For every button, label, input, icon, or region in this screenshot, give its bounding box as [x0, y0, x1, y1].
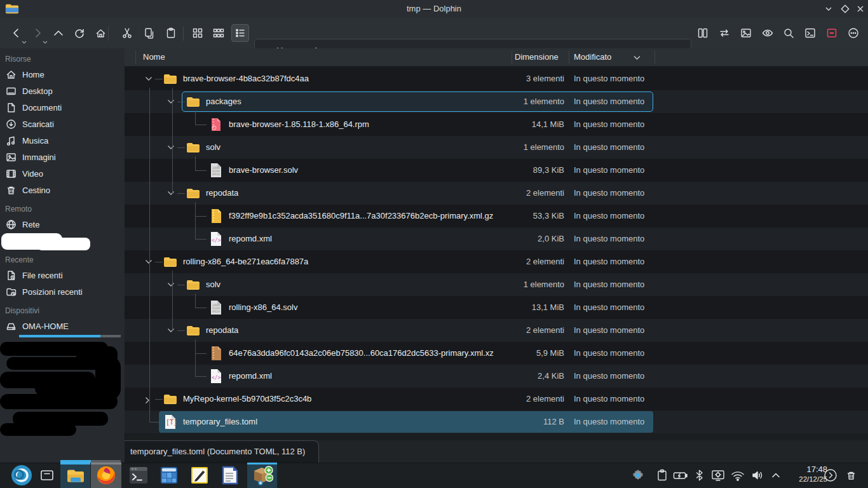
redacted-area: [76, 346, 118, 364]
disk-usage-bar: [19, 335, 121, 337]
pager-button[interactable]: [38, 463, 56, 488]
tray-expand[interactable]: [768, 463, 784, 488]
back-button[interactable]: [8, 24, 25, 42]
column-name[interactable]: Nome: [143, 48, 165, 66]
table-row[interactable]: f392ff9e9b1c352acda351680c9f11a...7a30f2…: [125, 205, 868, 227]
table-row[interactable]: brave-browser-1.85.118-1.x86_64.rpm14,1 …: [125, 113, 868, 136]
table-row[interactable]: 64e76a3dda96fc0143a2c06eb75830...60ca176…: [125, 342, 868, 365]
table-row[interactable]: rolling-x86_64-be271eac6fa7887a2 element…: [125, 250, 868, 273]
forward-button[interactable]: [29, 24, 46, 42]
task-firefox[interactable]: [91, 463, 121, 488]
title-bar[interactable]: tmp — Dolphin: [0, 0, 868, 18]
maximize-button[interactable]: [840, 4, 850, 14]
sidebar-item-posizioni-recenti[interactable]: Posizioni recenti: [0, 283, 125, 300]
tree-guide-line: [195, 353, 207, 354]
tree-guide-line: [195, 111, 196, 125]
hamburger-menu-icon: [847, 27, 860, 39]
task-dolphin[interactable]: [60, 463, 90, 488]
sidebar-item-oma-home[interactable]: OMA-HOME: [0, 318, 125, 334]
terminal-icon: [804, 27, 817, 39]
compact-view-button[interactable]: [210, 24, 227, 42]
tray-clipboard[interactable]: [653, 463, 671, 488]
expand-caret-icon[interactable]: [167, 282, 176, 288]
table-row[interactable]: [T]temporary_files.toml112 BIn questo mo…: [125, 410, 868, 433]
folder-icon: [186, 186, 201, 201]
status-info-box: temporary_files.toml (Documento TOML, 11…: [125, 440, 319, 463]
table-row[interactable]: brave-browser-4b8ac32b87fdc4aa3 elementi…: [125, 67, 868, 90]
sidebar-item-home[interactable]: Home: [0, 66, 125, 83]
expand-caret-icon[interactable]: [167, 328, 176, 334]
table-row[interactable]: repodata2 elementiIn questo momento: [125, 319, 868, 342]
sidebar-item-rete[interactable]: Rete: [0, 216, 125, 233]
expand-caret-icon[interactable]: [167, 145, 176, 151]
tray-peek[interactable]: [821, 463, 840, 488]
minimize-button[interactable]: [824, 4, 834, 14]
file-name: rolling-x86_64-be271eac6fa7887a: [183, 250, 308, 273]
table-row[interactable]: </>repomd.xml2,4 KiBIn questo momento: [125, 365, 868, 388]
table-row[interactable]: MyRepo-kernel-5b970d3f5c2c3c4b2 elementi…: [125, 388, 868, 410]
table-row[interactable]: repodata2 elementiIn questo momento: [125, 182, 868, 205]
task-kate[interactable]: [186, 463, 214, 488]
menu-button[interactable]: [844, 24, 862, 42]
column-size[interactable]: Dimensione: [515, 48, 559, 66]
tree-guide-line: [195, 239, 207, 240]
sidebar-item-musica[interactable]: Musica: [0, 132, 125, 149]
tray-volume[interactable]: [749, 463, 768, 488]
column-modified[interactable]: Modificato: [574, 48, 611, 66]
sidebar-item-file-recenti[interactable]: File recenti: [0, 267, 125, 283]
tray-bluetooth[interactable]: [691, 463, 708, 488]
file-modified: In questo momento: [574, 136, 644, 159]
show-hidden-button[interactable]: [759, 24, 776, 42]
close-button[interactable]: [855, 4, 865, 14]
task-package-manager[interactable]: [247, 463, 277, 488]
table-row[interactable]: solv1 elementoIn questo momento: [125, 273, 868, 296]
refresh-button[interactable]: [71, 24, 88, 42]
sidebar-item-immagini[interactable]: Immagini: [0, 149, 125, 165]
sidebar-item-desktop[interactable]: Desktop: [0, 83, 125, 99]
app-launcher-button[interactable]: [9, 463, 34, 488]
expand-caret-icon[interactable]: [167, 99, 176, 105]
table-row[interactable]: 100001000010rolling-x86_64.solv13,1 MiBI…: [125, 296, 868, 319]
swap-panels-button[interactable]: [715, 24, 733, 42]
table-row[interactable]: </>repomd.xml2,0 KiBIn questo momento: [125, 227, 868, 250]
copy-button[interactable]: [140, 24, 158, 42]
expand-caret-icon[interactable]: [145, 76, 154, 82]
preview-button[interactable]: [737, 24, 755, 42]
tray-updates[interactable]: [628, 463, 648, 488]
redacted-area: [0, 423, 76, 436]
sort-chevron-down-icon[interactable]: [633, 55, 641, 60]
grid-icon: [191, 27, 204, 39]
tray-trash[interactable]: [841, 463, 860, 488]
paste-button[interactable]: [162, 24, 180, 42]
up-button[interactable]: [50, 24, 67, 42]
drive-icon: [6, 321, 17, 332]
table-row[interactable]: packages1 elementoIn questo momento: [125, 90, 868, 113]
file-modified: In questo momento: [574, 90, 644, 113]
cut-button[interactable]: [118, 24, 136, 42]
sidebar-item-cestino[interactable]: Cestino: [0, 182, 125, 198]
home-button[interactable]: [92, 24, 109, 42]
task-konsole[interactable]: [125, 463, 153, 488]
terminal-button[interactable]: [801, 24, 819, 42]
tray-display[interactable]: [709, 463, 727, 488]
sidebar-item-scaricati[interactable]: Scaricati: [0, 116, 125, 132]
filter-button[interactable]: [823, 24, 841, 42]
tray-battery[interactable]: [671, 463, 690, 488]
search-button[interactable]: [780, 24, 797, 42]
task-system-monitor[interactable]: [155, 463, 183, 488]
sidebar-item-video[interactable]: Video: [0, 165, 125, 182]
tree-guide-line: [195, 202, 196, 239]
table-row[interactable]: solv1 elementoIn questo momento: [125, 136, 868, 159]
tray-wifi[interactable]: [728, 463, 747, 488]
sidebar-item-documenti[interactable]: Documenti: [0, 99, 125, 116]
file-name: packages: [206, 90, 241, 113]
bluetooth-icon: [695, 468, 705, 482]
details-view-button[interactable]: [231, 24, 249, 42]
file-name: 64e76a3dda96fc0143a2c06eb75830...60ca176…: [229, 342, 494, 365]
split-view-button[interactable]: [694, 24, 712, 42]
expand-caret-icon[interactable]: [167, 191, 176, 196]
table-row[interactable]: 100001000010brave-browser.solv89,3 KiBIn…: [125, 159, 868, 182]
icons-view-button[interactable]: [189, 24, 207, 42]
file-size: 2,4 KiB: [538, 365, 564, 388]
task-libreoffice[interactable]: [216, 463, 244, 488]
